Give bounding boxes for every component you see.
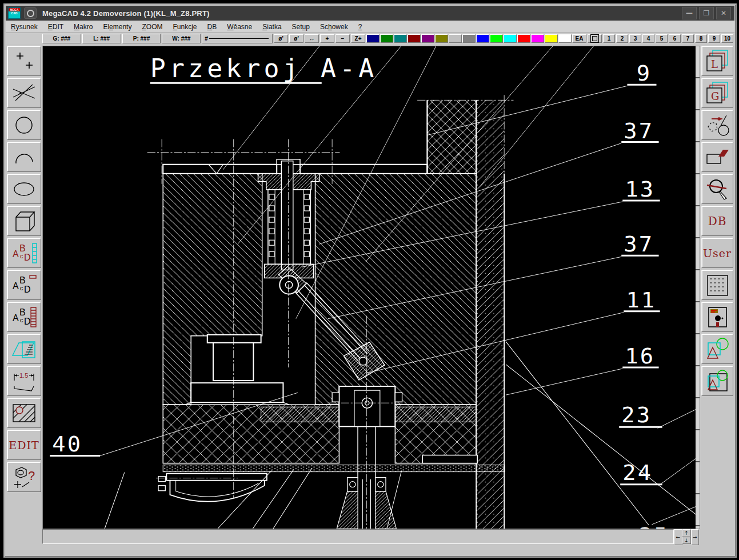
color-swatch-3[interactable] [408,34,421,43]
ellipse-tool-button[interactable] [7,174,41,204]
menu-item-db[interactable]: DB [202,22,222,32]
layer-button-3[interactable]: 3 [629,34,641,43]
help-tool-button[interactable]: ? [7,462,41,492]
left-toolbar: A B c D A B c D A B c D [7,46,41,494]
layer-button-9[interactable]: 9 [708,34,720,43]
arc-icon [11,145,37,169]
field-p[interactable]: P: ### [122,34,161,43]
surface-icon [11,337,37,361]
line-tool-button[interactable] [7,78,41,108]
layer-button-1[interactable]: 1 [603,34,615,43]
menu-item-rysunek[interactable]: Rysunek [6,22,43,32]
grid-tool-button[interactable] [701,270,733,300]
shapes-tool-button[interactable] [701,334,733,364]
megacad-logo-icon: MEGACAD [8,7,21,19]
group-tool-button[interactable]: G [701,78,733,108]
solid-tool-button[interactable] [7,206,41,236]
color-swatch-8[interactable] [476,34,489,43]
layer-button-2[interactable]: 2 [616,34,628,43]
transform-tool-button[interactable] [701,110,733,140]
layer-button-5[interactable]: 5 [656,34,668,43]
layer-button-10[interactable]: 10 [721,34,733,43]
zoom-in-button[interactable]: + [320,34,334,43]
field-l[interactable]: L: ### [82,34,121,43]
snap-circle2-button[interactable]: ø' [289,34,303,43]
snap-circle1-button[interactable]: ø' [274,34,288,43]
field-w[interactable]: W: ### [162,34,201,43]
surface-tool-button[interactable] [7,334,41,364]
field-g[interactable]: G: ### [42,34,81,43]
cad-drawing: Przekroj A-A 9371337111623244025 [43,46,700,529]
pan-right-button[interactable]: → [691,529,700,545]
pan-down-button[interactable]: ↓ [682,537,691,544]
face-tool-button[interactable] [701,142,733,172]
color-swatch-5[interactable] [435,34,448,43]
color-swatch-13[interactable] [545,34,558,43]
color-swatch-10[interactable] [504,34,517,43]
fit-view-button[interactable]: ↔ [305,34,319,43]
color-swatch-12[interactable] [531,34,544,43]
callout-label-24: 24 [622,459,653,485]
menu-item-schowek[interactable]: Schowek [315,22,353,32]
db-tool-button[interactable]: DB [701,206,733,236]
color-swatch-2[interactable] [394,34,407,43]
hatch-tool-button[interactable] [7,398,41,428]
color-swatch-4[interactable] [421,34,434,43]
menu-item-?[interactable]: ? [353,22,367,32]
zoom-prev-button[interactable]: Z+ [351,34,365,43]
arc-tool-button[interactable] [7,142,41,172]
svg-text:c: c [20,285,23,291]
color-swatch-9[interactable] [490,34,503,43]
menu-item-siatka[interactable]: Siatka [257,22,286,32]
user-tool-button[interactable]: User [701,238,733,268]
text-tool-button[interactable]: A B c D [7,238,41,268]
circle-tool-button[interactable] [7,110,41,140]
svg-text:B: B [19,243,26,253]
pan-left-button[interactable]: ← [674,529,682,545]
zoom-out-button[interactable]: − [335,34,350,43]
text-block-tool-button[interactable]: A B c D [7,302,41,332]
menu-item-zoom[interactable]: ZOOM [137,22,167,32]
callout-label-23: 23 [621,402,652,428]
close-button[interactable]: ✕ [716,7,731,19]
edit-label: EDIT [9,439,39,451]
dimension-tool-button[interactable]: 1.5 [7,366,41,396]
menu-item-elementy[interactable]: Elementy [98,22,137,32]
color-swatch-14[interactable] [558,34,572,43]
menu-item-funkcje[interactable]: Funkcje [167,22,202,32]
color-swatch-0[interactable] [366,34,380,43]
save-tool-button[interactable] [701,302,733,332]
menu-item-makro[interactable]: Makro [69,22,98,32]
layer-button-8[interactable]: 8 [695,34,707,43]
color-swatch-11[interactable] [517,34,530,43]
linetype-selector[interactable]: # [202,34,273,43]
horizontal-scrollbar[interactable] [42,529,674,544]
frame-button[interactable] [588,34,602,43]
color-swatch-6[interactable] [449,34,462,43]
drawing-canvas[interactable]: Przekroj A-A 9371337111623244025 [42,46,700,529]
edit-tool-button[interactable]: EDIT [7,430,41,460]
system-menu-button[interactable] [24,7,37,19]
zoom-tool-button[interactable] [701,174,733,204]
layer-button-4[interactable]: 4 [642,34,654,43]
layer-button-7[interactable]: 7 [682,34,694,43]
snap-circle1-icon: ø [278,35,282,42]
point-tool-button[interactable] [7,46,41,76]
layer-button-6[interactable]: 6 [669,34,681,43]
pan-up-button[interactable]: ↑ [682,529,691,537]
callout-label-37: 37 [624,118,654,143]
color-swatch-1[interactable] [380,34,393,43]
shapes-frame-tool-button[interactable] [701,366,733,396]
color-swatch-7[interactable] [462,34,476,43]
vertical-ruler[interactable] [696,46,700,529]
maximize-button[interactable]: ❐ [699,7,714,19]
menu-item-wasne[interactable]: Wêasne [222,22,257,32]
menu-item-edit[interactable]: EDIT [43,22,69,32]
callout-label-11: 11 [626,287,656,313]
ea-button[interactable]: EA [572,34,586,43]
menu-item-setup[interactable]: Setup [287,22,315,32]
text-edit-tool-button[interactable]: A B c D [7,270,41,300]
minimize-button[interactable]: — [682,7,697,19]
layer-tool-button[interactable]: L [701,46,733,76]
transform-icon [705,113,730,137]
